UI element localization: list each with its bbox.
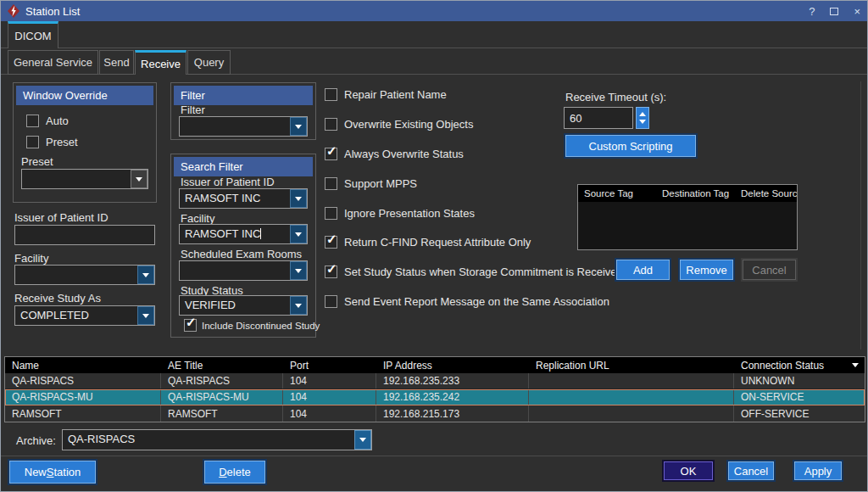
tab-receive[interactable]: Receive	[135, 50, 186, 75]
chevron-down-icon[interactable]	[290, 189, 307, 208]
checkbox-box: ✓	[325, 118, 337, 131]
checkbox-box: ✓	[184, 319, 197, 332]
facility-label: Facility	[14, 252, 48, 265]
col-port[interactable]: Port	[283, 357, 376, 373]
spin-down-icon[interactable]	[639, 120, 646, 124]
chevron-down-icon[interactable]	[290, 225, 307, 243]
tag-mapping-header: Source Tag Destination Tag Delete Source	[578, 185, 797, 202]
archive-dropdown[interactable]: QA-RISPACS	[62, 429, 372, 450]
checkbox-always-overwrite-status[interactable]: ✓ Always Overwrite Status	[325, 148, 464, 160]
sf-rooms-label: Scheduled Exam Rooms	[181, 248, 302, 260]
table-row[interactable]: QA-RISPACS QA-RISPACS 104 192.168.235.23…	[5, 373, 865, 389]
table-row-selected[interactable]: QA-RISPACS-MU QA-RISPACS-MU 104 192.168.…	[5, 389, 865, 405]
receive-timeout-label: Receive Timeout (s):	[565, 91, 666, 103]
sf-facility-label: Facility	[181, 212, 214, 225]
checkbox-box: ✓	[26, 136, 39, 148]
checkbox-box: ✓	[325, 207, 337, 220]
apply-button[interactable]: Apply	[793, 460, 843, 482]
preset-label: Preset	[21, 155, 53, 168]
checkbox-return-cfind-request-attribute-only[interactable]: ✓ Return C-FIND Request Attribute Only	[325, 236, 531, 249]
checkbox-box: ✓	[325, 88, 337, 101]
col-ip-address[interactable]: IP Address	[376, 357, 529, 373]
ok-button[interactable]: OK	[662, 460, 715, 482]
add-button[interactable]: Add	[615, 258, 671, 282]
checkbox-include-discontinued-study[interactable]: ✓ Include Discontinued Study	[184, 319, 320, 332]
new-station-button[interactable]: New Station	[8, 459, 97, 485]
sf-status-dropdown[interactable]: VERIFIED	[179, 295, 308, 316]
sf-issuer-dropdown[interactable]: RAMSOFT INC	[179, 188, 308, 209]
col-ae-title[interactable]: AE Title	[161, 357, 283, 373]
sf-rooms-dropdown[interactable]	[179, 260, 308, 281]
delete-button[interactable]: Delete	[203, 459, 267, 485]
tag-mapping-table[interactable]: Source Tag Destination Tag Delete Source	[577, 184, 798, 250]
col-name[interactable]: Name	[5, 357, 161, 373]
titlebar: Station List ? ×	[1, 1, 867, 21]
tab-dicom[interactable]: DICOM	[8, 21, 58, 48]
chevron-down-icon[interactable]	[137, 306, 154, 325]
header-filter-icon[interactable]	[852, 363, 859, 367]
close-icon[interactable]: ×	[854, 5, 860, 18]
custom-scripting-button[interactable]: Custom Scripting	[564, 133, 698, 159]
issuer-of-patient-id-input[interactable]	[14, 225, 155, 245]
checkbox-box: ✓	[325, 177, 337, 190]
checkbox-overwrite-existing-objects[interactable]: ✓ Overwrite Existing Objects	[325, 118, 473, 131]
col-delete-source: Delete Source	[735, 188, 797, 198]
col-connection-status[interactable]: Connection Status	[734, 357, 865, 373]
sf-facility-dropdown[interactable]: RAMSOFT INC	[179, 224, 308, 244]
checkbox-box: ✓	[26, 115, 39, 127]
tab-query[interactable]: Query	[187, 50, 231, 75]
station-list-window: Station List ? × DICOM General Service S…	[0, 0, 868, 492]
maximize-icon[interactable]	[830, 8, 838, 15]
timeout-spinner[interactable]	[636, 107, 649, 129]
facility-dropdown[interactable]	[14, 265, 155, 285]
tabstrip-divider	[1, 48, 868, 48]
checkbox-box: ✓	[325, 148, 337, 160]
col-destination-tag: Destination Tag	[656, 188, 735, 198]
tab-send[interactable]: Send	[99, 50, 134, 75]
group-search-filter-title: Search Filter	[174, 157, 313, 176]
filter-dropdown[interactable]	[179, 116, 308, 137]
window-title: Station List	[25, 5, 80, 18]
group-filter-title: Filter	[174, 86, 313, 105]
remove-button[interactable]: Remove	[678, 258, 735, 282]
archive-label: Archive:	[16, 434, 56, 447]
panel-edge	[860, 81, 861, 349]
stations-table[interactable]: Name AE Title Port IP Address Replicatio…	[4, 356, 865, 422]
cancel-button[interactable]: Cancel	[726, 460, 776, 482]
col-source-tag: Source Tag	[578, 188, 656, 198]
checkbox-box: ✓	[325, 295, 337, 308]
col-replication-url[interactable]: Replication URL	[529, 357, 734, 373]
checkbox-preset[interactable]: ✓ Preset	[26, 136, 78, 148]
tab-general-service[interactable]: General Service	[8, 50, 98, 75]
footer-divider	[1, 456, 868, 456]
checkbox-auto[interactable]: ✓ Auto	[26, 115, 69, 127]
preset-dropdown[interactable]	[21, 169, 148, 189]
chevron-down-icon[interactable]	[290, 296, 307, 315]
sf-issuer-label: Issuer of Patient ID	[181, 176, 275, 188]
checkbox-set-study-status-storage-commitment[interactable]: ✓ Set Study Status when Storage Commitme…	[325, 266, 623, 278]
text-caret	[260, 228, 261, 239]
cancel-mapping-button: Cancel	[741, 258, 798, 282]
checkbox-support-mpps[interactable]: ✓ Support MPPS	[325, 177, 417, 190]
stations-header-row[interactable]: Name AE Title Port IP Address Replicatio…	[5, 357, 865, 373]
receive-study-as-label: Receive Study As	[14, 292, 101, 305]
receive-study-as-dropdown[interactable]: COMPLETED	[14, 305, 155, 326]
chevron-down-icon[interactable]	[131, 170, 147, 188]
spin-up-icon[interactable]	[639, 112, 646, 116]
table-row[interactable]: RAMSOFT RAMSOFT 104 192.168.215.173 OFF-…	[5, 405, 865, 422]
filter-label: Filter	[181, 103, 205, 116]
help-icon[interactable]: ?	[809, 5, 815, 18]
issuer-of-patient-id-label: Issuer of Patient ID	[14, 211, 108, 224]
app-icon	[8, 4, 19, 18]
receive-timeout-input[interactable]	[564, 107, 633, 129]
chevron-down-icon[interactable]	[354, 430, 371, 450]
group-window-override-title: Window Override	[16, 86, 153, 105]
checkbox-ignore-presentation-states[interactable]: ✓ Ignore Presentation States	[325, 207, 475, 220]
checkbox-box: ✓	[325, 236, 337, 249]
checkbox-repair-patient-name[interactable]: ✓ Repair Patient Name	[325, 88, 447, 101]
chevron-down-icon[interactable]	[137, 266, 154, 284]
chevron-down-icon[interactable]	[290, 117, 307, 136]
chevron-down-icon[interactable]	[290, 261, 307, 280]
checkbox-send-event-report-same-association[interactable]: ✓ Send Event Report Message on the Same …	[325, 295, 609, 308]
checkbox-box: ✓	[325, 266, 337, 278]
